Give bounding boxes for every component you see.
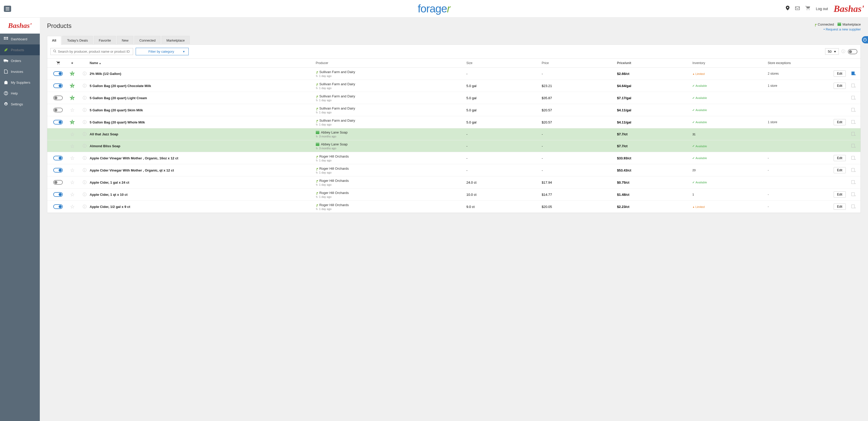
star-empty-icon[interactable]: ☆ xyxy=(70,167,75,173)
document-icon[interactable] xyxy=(851,180,855,184)
document-icon[interactable] xyxy=(851,192,855,196)
star-empty-icon[interactable]: ☆ xyxy=(70,155,75,161)
edit-button[interactable]: Edit xyxy=(834,191,846,198)
producer-name[interactable]: Abbey Lane Soap xyxy=(316,142,466,146)
edit-button[interactable]: Edit xyxy=(834,70,846,77)
producer-name[interactable]: ┍Roger Hill Orchards xyxy=(316,191,466,195)
request-supplier-link[interactable]: Request a new supplier xyxy=(824,27,861,31)
edit-button[interactable]: Edit xyxy=(834,119,846,125)
star-empty-icon[interactable]: ☆ xyxy=(70,131,75,137)
tab-new[interactable]: New xyxy=(117,36,133,45)
row-toggle[interactable] xyxy=(53,84,63,88)
producer-name[interactable]: ┍Sullivan Farm and Dairy xyxy=(316,70,466,74)
product-name[interactable]: Apple Cider, 1/2 gal x 9 ct xyxy=(90,205,316,209)
tab-all[interactable]: All xyxy=(47,36,61,45)
row-toggle[interactable] xyxy=(53,96,63,100)
product-name[interactable]: Apple Cider, 1 qt x 10 ct xyxy=(90,193,316,197)
producer-name[interactable]: ┍Roger Hill Orchards xyxy=(316,166,466,170)
filter-category-dropdown[interactable]: Filter by category ▾ xyxy=(136,48,189,55)
document-icon[interactable] xyxy=(851,132,855,136)
producer-name[interactable]: ┍Sullivan Farm and Dairy xyxy=(316,94,466,98)
sidebar-item-products[interactable]: Products xyxy=(0,44,40,55)
tab-connected[interactable]: Connected xyxy=(134,36,160,45)
document-icon[interactable] xyxy=(851,156,855,160)
col-inventory[interactable]: Inventory xyxy=(692,61,768,65)
info-icon[interactable]: ⓘ xyxy=(83,204,87,209)
product-name[interactable]: 5 Gallon Bag (20 quart) Whole Milk xyxy=(90,120,316,124)
sidebar-item-dashboard[interactable]: Dashboard xyxy=(0,34,40,44)
location-icon[interactable] xyxy=(786,6,789,12)
producer-name[interactable]: ┍Sullivan Farm and Dairy xyxy=(316,118,466,122)
info-icon[interactable]: ⓘ xyxy=(83,143,87,148)
col-star-icon[interactable]: ★ xyxy=(65,61,79,65)
producer-name[interactable]: ┍Roger Hill Orchards xyxy=(316,154,466,158)
producer-name[interactable]: ┍Roger Hill Orchards xyxy=(316,179,466,183)
edit-button[interactable]: Edit xyxy=(834,167,846,173)
col-price[interactable]: Price xyxy=(541,61,617,65)
row-toggle[interactable] xyxy=(53,108,63,112)
row-toggle[interactable] xyxy=(53,192,63,197)
star-empty-icon[interactable]: ☆ xyxy=(70,192,75,197)
info-icon[interactable]: ⓘ xyxy=(83,180,87,185)
global-toggle[interactable] xyxy=(848,49,858,54)
row-toggle[interactable] xyxy=(53,120,63,125)
row-toggle[interactable] xyxy=(53,156,63,160)
info-icon[interactable]: ⓘ xyxy=(83,108,87,112)
product-name[interactable]: Apple Cider, 1 gal x 24 ct xyxy=(90,181,316,185)
producer-name[interactable]: ┍Sullivan Farm and Dairy xyxy=(316,82,466,86)
menu-toggle[interactable] xyxy=(4,6,11,12)
col-priceunit[interactable]: Price/unit xyxy=(617,61,692,65)
document-icon[interactable] xyxy=(851,144,855,148)
info-icon[interactable]: ⓘ xyxy=(83,96,87,100)
tab-marketplace[interactable]: Marketplace xyxy=(161,36,190,45)
product-name[interactable]: Apple Cider Vinegar With Mother , Organi… xyxy=(90,168,316,172)
col-size[interactable]: Size xyxy=(466,61,542,65)
document-icon[interactable] xyxy=(851,120,855,124)
info-icon[interactable]: ⓘ xyxy=(83,156,87,160)
edit-button[interactable]: Edit xyxy=(834,203,846,210)
star-empty-icon[interactable]: ☆ xyxy=(70,204,75,209)
row-toggle[interactable] xyxy=(53,180,63,185)
document-icon[interactable] xyxy=(851,96,855,99)
document-icon[interactable] xyxy=(851,204,855,208)
help-float-button[interactable] xyxy=(862,36,868,43)
row-toggle[interactable] xyxy=(53,71,63,76)
info-icon[interactable]: ⓘ xyxy=(83,168,87,172)
sidebar-item-my-suppliers[interactable]: My Suppliers xyxy=(0,77,40,88)
product-name[interactable]: All that Jazz Soap xyxy=(90,132,316,136)
product-name[interactable]: 5 Gallon Bag (20 quart) Skim Milk xyxy=(90,108,316,112)
sidebar-item-invoices[interactable]: Invoices xyxy=(0,66,40,77)
document-icon[interactable] xyxy=(851,108,855,111)
sidebar-item-help[interactable]: Help xyxy=(0,88,40,99)
star-empty-icon[interactable]: ☆ xyxy=(70,143,75,149)
star-filled-icon[interactable]: 1 xyxy=(69,71,75,76)
product-name[interactable]: Almond Bliss Soap xyxy=(90,144,316,148)
producer-name[interactable]: Abbey Lane Soap xyxy=(316,130,466,134)
cart-icon[interactable] xyxy=(805,6,810,11)
sidebar-item-orders[interactable]: Orders xyxy=(0,55,40,66)
info-icon[interactable]: ⓘ xyxy=(83,120,87,124)
col-name[interactable]: Name▲ xyxy=(90,61,316,65)
star-filled-icon[interactable]: 1 xyxy=(69,83,75,89)
info-icon[interactable]: ⓘ xyxy=(83,71,87,76)
tab-today-s-deals[interactable]: Today's Deals xyxy=(62,36,93,45)
info-icon[interactable]: ⓘ xyxy=(83,84,87,88)
row-toggle[interactable] xyxy=(53,168,63,172)
document-icon[interactable] xyxy=(851,168,855,172)
producer-name[interactable]: ┍Sullivan Farm and Dairy xyxy=(316,106,466,110)
producer-name[interactable]: ┍Roger Hill Orchards xyxy=(316,203,466,207)
page-size-selector[interactable]: 50 ▾ xyxy=(825,48,839,55)
col-producer[interactable]: Producer xyxy=(316,61,466,65)
info-icon[interactable]: ⓘ xyxy=(83,132,87,136)
star-filled-icon[interactable]: 1 xyxy=(69,95,75,101)
product-name[interactable]: Apple Cider Vinegar With Mother , Organi… xyxy=(90,156,316,160)
row-toggle[interactable] xyxy=(53,204,63,209)
info-icon[interactable]: ⓘ xyxy=(83,192,87,197)
document-icon[interactable] xyxy=(851,71,855,75)
search-input[interactable] xyxy=(58,50,130,54)
product-name[interactable]: 5 Gallon Bag (20 quart) Light Cream xyxy=(90,96,316,100)
sidebar-item-settings[interactable]: Settings xyxy=(0,99,40,109)
star-filled-icon[interactable]: 1 xyxy=(69,119,75,125)
tab-favorite[interactable]: Favorite xyxy=(94,36,116,45)
col-exceptions[interactable]: Store exceptions xyxy=(768,61,834,65)
